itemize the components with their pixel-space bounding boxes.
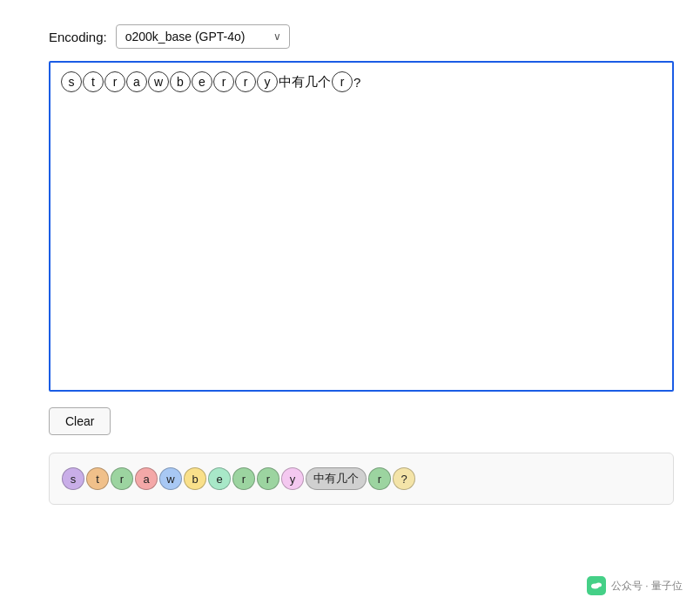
panel-token-t: t <box>86 467 109 490</box>
token-w: w <box>148 71 169 92</box>
panel-token-a: a <box>135 467 158 490</box>
token-r2: r <box>213 71 234 92</box>
panel-token-question: ? <box>393 467 415 490</box>
token-e: e <box>192 71 212 92</box>
text-input-area[interactable]: s t r a w b e r r y 中有几个 r ? <box>49 61 674 392</box>
encoding-row: Encoding: o200k_base (GPT-4o)cl100k_base… <box>49 24 674 49</box>
token-a: a <box>126 71 147 92</box>
encoding-label: Encoding: <box>49 30 107 44</box>
token-visualization-panel: s t r a w b e r r y 中有几个 r ? <box>49 453 674 505</box>
panel-token-b: b <box>184 467 206 490</box>
panel-token-w: w <box>159 467 182 490</box>
token-y: y <box>257 71 278 92</box>
panel-token-zh: 中有几个 <box>306 467 367 490</box>
wechat-icon <box>587 576 606 595</box>
token-panel-tokens: s t r a w b e r r y 中有几个 r ? <box>62 467 661 490</box>
token-question: ? <box>353 75 360 90</box>
token-chinese: 中有几个 <box>279 74 331 91</box>
panel-token-s: s <box>62 467 84 490</box>
panel-token-r4: r <box>368 467 391 490</box>
watermark-text: 公众号 · 量子位 <box>611 579 683 594</box>
panel-token-r3: r <box>257 467 279 490</box>
token-chars-display: s t r a w b e r r y 中有几个 r ? <box>61 71 662 92</box>
panel-token-r2: r <box>232 467 255 490</box>
page-wrapper: Encoding: o200k_base (GPT-4o)cl100k_base… <box>0 0 700 604</box>
svg-point-2 <box>596 583 602 587</box>
token-b: b <box>170 71 191 92</box>
token-r4: r <box>332 71 353 92</box>
token-r: r <box>104 71 125 92</box>
panel-token-r: r <box>111 467 133 490</box>
clear-button[interactable]: Clear <box>49 407 111 435</box>
encoding-select-wrapper[interactable]: o200k_base (GPT-4o)cl100k_base (GPT-4)p5… <box>116 24 290 49</box>
watermark: 公众号 · 量子位 <box>587 576 683 595</box>
panel-token-y: y <box>281 467 304 490</box>
panel-token-e: e <box>208 467 231 490</box>
token-s: s <box>61 71 82 92</box>
encoding-select[interactable]: o200k_base (GPT-4o)cl100k_base (GPT-4)p5… <box>116 24 290 49</box>
token-r3: r <box>235 71 256 92</box>
token-t: t <box>83 71 104 92</box>
